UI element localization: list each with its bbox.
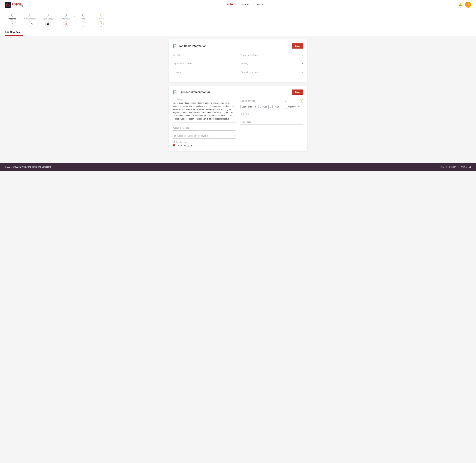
score-select[interactable]: Score 123 456 78910 [285, 98, 294, 103]
pipeline-step-offer[interactable]: 0 Offer ➤ [76, 13, 91, 28]
user-avatar-button[interactable]: a [465, 2, 471, 8]
skill-tag-devops[interactable]: DevOps 3 [258, 105, 273, 109]
skill-tag-css-name: CSS [274, 105, 281, 109]
industry-select[interactable]: Industry Technology Finance Healthcare [240, 61, 303, 66]
skill-tags-container: Leadership 8 DevOps 3 CSS 7 Analytics 9 [240, 105, 303, 109]
location-input[interactable] [173, 70, 236, 75]
hard-skills-field[interactable]: Hard Skills [240, 119, 303, 125]
logo[interactable]: SkillMil Precision Hiring [5, 2, 23, 8]
available-position-field [173, 125, 236, 131]
experience-wrapper: Expereince in Years 0-1 1-3 3-5 5-10 10+… [240, 70, 303, 75]
skill-tag-analytics[interactable]: Analytics 9 [286, 105, 301, 109]
skill-tag-devops-name: DevOps [259, 105, 268, 109]
soft-skills-field[interactable]: Soft Skills [240, 111, 303, 117]
employment-type-wrapper: Employment Type Full Time Part Time Cont… [240, 53, 303, 58]
soft-skills-label: Soft Skills [240, 113, 250, 115]
arrow-1: › [20, 15, 23, 18]
nav-profile[interactable]: Profile [253, 0, 267, 9]
hired-label: Hired [99, 18, 104, 20]
employment-type-col: Employment Type Full Time Part Time Cont… [240, 53, 303, 58]
conversation-count: 0 [29, 13, 31, 18]
matches-icon: ≡ [10, 21, 15, 27]
department-field [173, 61, 236, 66]
hired-count: 0 [100, 13, 102, 18]
header-actions: 🔔 a [458, 2, 471, 8]
pipeline-step-phone-screen[interactable]: 0 Phone Screen 📱 [40, 13, 55, 28]
date-select[interactable]: mm/dd/yyyy [176, 144, 192, 147]
skill-tag-analytics-name: Analytics [286, 105, 297, 109]
job-role-input[interactable] [173, 53, 236, 58]
industry-wrapper: Industry Technology Finance Healthcare ▾ [240, 61, 303, 66]
phone-screen-icon: 📱 [45, 21, 51, 27]
phone-screen-label: Phone Screen [42, 18, 54, 20]
pipeline: 0 Matches ≡ › 0 Conversation 💬 › 0 Phone… [0, 9, 476, 29]
header: SkillMil Precision Hiring Roles Matchs P… [0, 0, 476, 9]
pipeline-step-conversation[interactable]: 0 Conversation 💬 [23, 13, 37, 28]
conversation-label: Conversation [24, 18, 36, 20]
location-field [173, 70, 236, 75]
offer-label: Offer [81, 18, 85, 20]
job-desc-label: Job Description [173, 98, 236, 101]
tab-add-new-role[interactable]: Add New Role × [5, 29, 23, 36]
job-desc-text: Lorem ipsum dolor sit amet, doming noste… [173, 102, 236, 123]
pipeline-step-interview[interactable]: 0 Interview 📋 [58, 13, 73, 28]
logo-sub-text: Precision Hiring [12, 5, 23, 7]
pipeline-step-hired[interactable]: 0 Hired ✓ [94, 13, 109, 28]
status-select[interactable]: Not Published/Published/Hired/Expired No… [173, 133, 236, 138]
job-basic-row-2: Industry Technology Finance Healthcare ▾ [173, 61, 303, 66]
arrow-5: › [91, 15, 93, 18]
industry-col: Industry Technology Finance Healthcare ▾ [240, 61, 303, 66]
arrow-4: › [73, 15, 76, 18]
footer-contact-link[interactable]: Contact Us [461, 166, 471, 168]
job-role-field [173, 53, 236, 58]
nav-matchs[interactable]: Matchs [238, 0, 253, 9]
phone-screen-count: 0 [47, 13, 49, 18]
job-basic-info-title: Job Basic Information [179, 45, 206, 48]
main-nav: Roles Matchs Profile [33, 0, 458, 9]
footer-sep-2: | [458, 166, 459, 168]
date-label: Job Expiration Date [173, 141, 236, 143]
department-input[interactable] [173, 61, 236, 66]
experience-select[interactable]: Expereince in Years 0-1 1-3 3-5 5-10 10+ [240, 70, 303, 75]
notification-button[interactable]: 🔔 [458, 2, 463, 8]
skills-left-col: Job Description Lorem ipsum dolor sit am… [173, 98, 236, 147]
job-role-col [173, 53, 236, 58]
nav-roles[interactable]: Roles [223, 0, 237, 9]
pipeline-steps: 0 Matches ≡ › 0 Conversation 💬 › 0 Phone… [5, 13, 471, 28]
pipeline-step-matches[interactable]: 0 Matches ≡ [5, 13, 20, 28]
tab-close-icon[interactable]: × [22, 31, 23, 33]
logo-skillmil-text: SkillMil [12, 2, 23, 5]
arrow-2: › [37, 15, 40, 18]
skills-title: Skills requirement for job [179, 91, 211, 94]
arrow-3: › [55, 15, 58, 18]
card-title-group: 📋 Job Basic Information [173, 44, 206, 48]
skill-tag-leadership-name: Leadership [241, 105, 253, 109]
footer-faq-link[interactable]: FAQ [440, 166, 444, 168]
available-position-input[interactable] [173, 125, 236, 131]
skills-row: Job Description Lorem ipsum dolor sit am… [173, 98, 303, 147]
skills-card-header: 📋 Skills requirement for job Save [173, 89, 303, 95]
skill-tag-analytics-score: 9 [297, 105, 301, 109]
interview-icon: 📋 [63, 21, 68, 27]
tab-add-new-role-label: Add New Role [5, 31, 20, 33]
skills-save-button[interactable]: Save [292, 89, 303, 95]
job-basic-save-button[interactable]: Save [292, 44, 303, 49]
hired-icon: ✓ [99, 21, 104, 27]
interview-label: Interview [62, 18, 70, 20]
skill-tag-leadership[interactable]: Leadership 8 [240, 105, 257, 109]
skill-tag-css-score: 7 [281, 105, 285, 109]
footer-copyright: © 2017, SKILLMIL Copyright, Terms and Co… [5, 166, 51, 168]
footer-support-link[interactable]: Support [449, 166, 456, 168]
date-input-group: 📅 mm/dd/yyyy [173, 144, 236, 147]
add-skill-button[interactable]: + [300, 99, 303, 103]
location-col [173, 70, 236, 75]
status-wrapper: Not Published/Published/Hired/Expired No… [173, 133, 236, 139]
score-wrapper: Score 123 456 78910 ▾ [285, 98, 298, 103]
matches-label: Matches [9, 18, 16, 20]
employment-type-select[interactable]: Employment Type Full Time Part Time Cont… [240, 53, 303, 58]
job-basic-info-icon: 📋 [173, 44, 177, 48]
speciality-skills-input[interactable] [240, 98, 283, 103]
skill-tag-css[interactable]: CSS 7 [274, 105, 285, 109]
notification-icon: 🔔 [459, 3, 462, 6]
tabs-bar: Add New Role × [0, 29, 476, 36]
